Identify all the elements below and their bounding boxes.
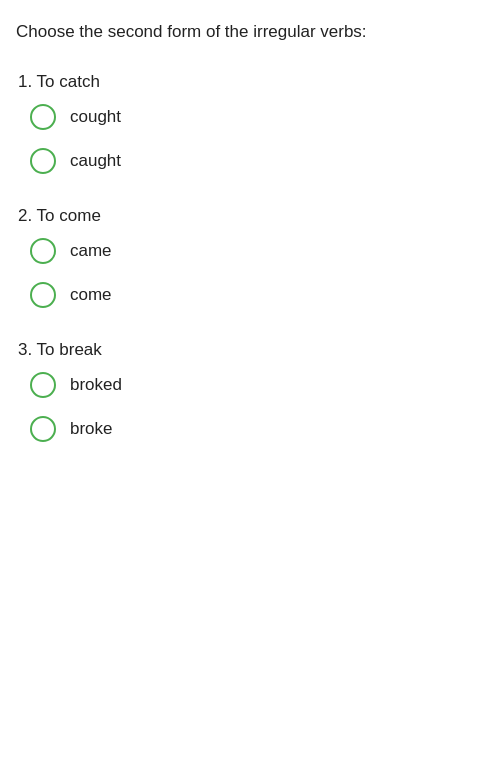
option-q3a[interactable]: broked (16, 372, 484, 398)
option-label-q2b: come (70, 285, 112, 305)
option-q2b[interactable]: come (16, 282, 484, 308)
question-block-1: 1. To catchcoughtcaught (16, 72, 484, 174)
radio-circle-q1b (30, 148, 56, 174)
instructions: Choose the second form of the irregular … (16, 20, 484, 44)
option-q1b[interactable]: caught (16, 148, 484, 174)
option-q3b[interactable]: broke (16, 416, 484, 442)
question-label-3: 3. To break (16, 340, 484, 360)
radio-circle-q3b (30, 416, 56, 442)
radio-circle-q1a (30, 104, 56, 130)
option-label-q1a: cought (70, 107, 121, 127)
radio-circle-q2a (30, 238, 56, 264)
option-label-q1b: caught (70, 151, 121, 171)
question-label-2: 2. To come (16, 206, 484, 226)
option-q1a[interactable]: cought (16, 104, 484, 130)
option-label-q3b: broke (70, 419, 113, 439)
option-label-q2a: came (70, 241, 112, 261)
question-block-3: 3. To breakbrokedbroke (16, 340, 484, 442)
radio-circle-q2b (30, 282, 56, 308)
radio-circle-q3a (30, 372, 56, 398)
option-q2a[interactable]: came (16, 238, 484, 264)
option-label-q3a: broked (70, 375, 122, 395)
question-block-2: 2. To comecamecome (16, 206, 484, 308)
question-label-1: 1. To catch (16, 72, 484, 92)
